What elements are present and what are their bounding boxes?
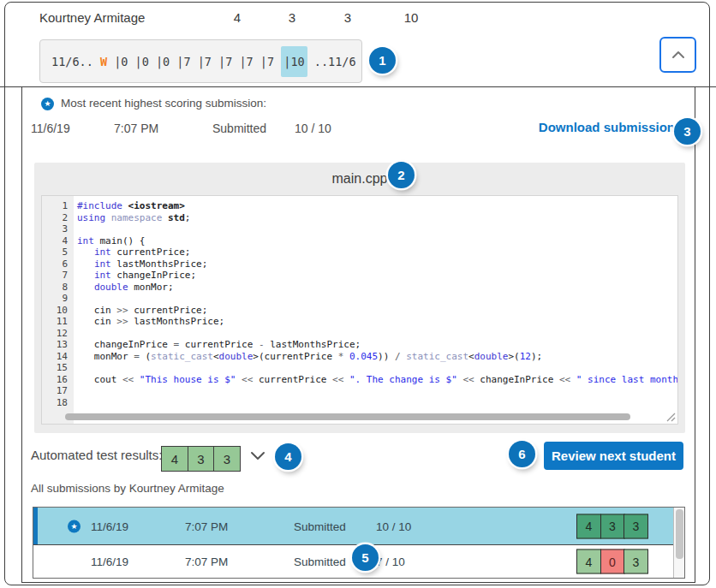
collapse-button[interactable] — [659, 37, 696, 73]
code-text: #include <iostream> — [68, 200, 185, 212]
submission-status: Submitted — [294, 520, 346, 532]
line-number: 10 — [42, 305, 68, 317]
horizontal-scrollbar[interactable] — [65, 413, 630, 420]
test-score-chip: 4 — [161, 446, 188, 472]
test-score-chip: 3 — [600, 514, 625, 538]
line-number: 6 — [42, 258, 68, 270]
submission-score: 7 / 10 — [376, 555, 405, 568]
strip-cells: |0 |0 |0 |7 |7 |7 |7 |7 — [107, 55, 281, 68]
line-number: 11 — [42, 316, 68, 328]
code-line: 13 changeInPrice = currentPrice - lastMo… — [42, 339, 677, 351]
student-name: Kourtney Armitage — [39, 10, 145, 25]
callout-badge-6: 6 — [509, 441, 535, 467]
all-submissions-label: All submissions by Kourtney Armitage — [31, 482, 224, 495]
code-line: 9 — [42, 293, 677, 305]
code-text: cout << "This house is $" << currentPric… — [68, 374, 678, 386]
code-text: using namespace std; — [68, 212, 190, 224]
download-submission-link[interactable]: Download submission — [505, 120, 675, 134]
star-glyph: ★ — [44, 100, 51, 108]
recent-submission-label: Most recent highest scoring submission: — [61, 97, 266, 110]
line-number: 3 — [42, 223, 68, 235]
code-text — [68, 328, 77, 340]
test-score-chip: 3 — [624, 514, 648, 538]
chevron-down-icon[interactable] — [250, 451, 266, 460]
test-score-chip: 4 — [576, 549, 601, 574]
row-test-chips: 403 — [576, 549, 648, 574]
code-line: 1#include <iostream> — [42, 200, 677, 212]
strip-suffix: ..11/6 — [307, 55, 356, 68]
submission-status: Submitted — [294, 555, 346, 568]
recent-status: Submitted — [212, 122, 266, 135]
test-score-chip: 0 — [600, 549, 625, 574]
code-line: 5 int currentPrice; — [42, 246, 677, 258]
code-line: 10 cin >> currentPrice; — [42, 305, 677, 317]
code-text: cin >> lastMonthsPrice; — [68, 316, 224, 328]
assignment-total-score: 3 — [289, 10, 295, 25]
code-text — [68, 362, 77, 374]
review-next-student-button[interactable]: Review next student — [544, 442, 683, 470]
test-score-chip: 3 — [188, 446, 215, 472]
callout-badge-1: 1 — [369, 47, 396, 74]
strip-selected-cell[interactable]: |10 — [281, 46, 307, 77]
code-line: 11 cin >> lastMonthsPrice; — [42, 316, 677, 328]
star-icon: ★ — [41, 98, 54, 110]
code-viewer-panel: main.cpp 1#include <iostream>2using name… — [34, 163, 685, 433]
code-line: 3 — [42, 223, 677, 235]
code-line: 7 int changeInPrice; — [42, 270, 677, 282]
code-text: int main() { — [68, 235, 145, 247]
line-number: 13 — [42, 339, 68, 351]
code-line: 8 double monMor; — [42, 282, 677, 294]
grading-review-panel: Kourtney Armitage 43310 11/6.. W |0 |0 |… — [0, 0, 716, 588]
line-number: 7 — [42, 270, 68, 282]
submission-date: 11/6/19 — [91, 520, 128, 532]
code-text — [68, 397, 77, 409]
callout-badge-4: 4 — [275, 443, 301, 470]
chevron-up-icon — [671, 50, 685, 59]
code-line: 12 — [42, 328, 677, 340]
line-number: 15 — [42, 362, 68, 374]
line-number: 9 — [42, 293, 68, 305]
submission-time: 7:07 PM — [185, 520, 228, 532]
code-line: 15 — [42, 362, 677, 374]
strip-prefix: 11/6.. — [51, 55, 100, 68]
assignment-total-score: 10 — [404, 10, 419, 25]
submission-row[interactable]: ★11/6/197:07 PMSubmitted10 / 10433 — [33, 508, 684, 545]
code-line: 16 cout << "This house is $" << currentP… — [42, 374, 677, 386]
callout-badge-3: 3 — [674, 118, 701, 145]
code-line: 14 monMor = (static_cast<double>(current… — [42, 351, 677, 363]
assignment-total-score: 4 — [234, 10, 241, 25]
line-number: 17 — [42, 385, 68, 397]
test-score-chip: 3 — [213, 446, 241, 472]
code-text — [68, 223, 77, 235]
recent-score: 10 / 10 — [295, 122, 331, 135]
late-flag: W — [100, 55, 107, 68]
assignment-total-score: 3 — [344, 10, 351, 25]
code-text: int changeInPrice; — [68, 270, 196, 282]
line-number: 1 — [42, 200, 68, 212]
code-lines: 1#include <iostream>2using namespace std… — [42, 200, 677, 408]
code-text: changeInPrice = currentPrice - lastMonth… — [68, 339, 361, 351]
code-text — [68, 293, 77, 305]
line-number: 8 — [42, 282, 68, 294]
recent-time: 7:07 PM — [114, 122, 158, 135]
code-filename: main.cpp — [34, 171, 685, 187]
vertical-scrollbar-thumb[interactable] — [676, 509, 683, 559]
code-text: cin >> currentPrice; — [68, 305, 207, 317]
resize-handle-icon[interactable] — [666, 413, 676, 422]
code-line: 17 — [42, 385, 677, 397]
code-editor[interactable]: 1#include <iostream>2using namespace std… — [41, 195, 678, 425]
line-number: 12 — [42, 328, 68, 340]
vertical-scrollbar-track[interactable] — [673, 508, 684, 578]
submission-score: 10 / 10 — [376, 520, 411, 532]
row-test-chips: 433 — [576, 514, 648, 538]
code-text: int lastMonthsPrice; — [68, 258, 207, 270]
submission-date: 11/6/19 — [91, 555, 128, 568]
automated-tests-label: Automated test results: — [31, 448, 162, 462]
test-score-chip: 4 — [576, 514, 601, 538]
submission-history-strip[interactable]: 11/6.. W |0 |0 |0 |7 |7 |7 |7 |7 |10 ..1… — [39, 39, 362, 83]
test-result-chips: 433 — [161, 446, 241, 472]
line-number: 18 — [42, 397, 68, 409]
line-number: 16 — [42, 374, 68, 386]
code-line: 4int main() { — [42, 235, 677, 247]
callout-badge-2: 2 — [388, 162, 415, 188]
